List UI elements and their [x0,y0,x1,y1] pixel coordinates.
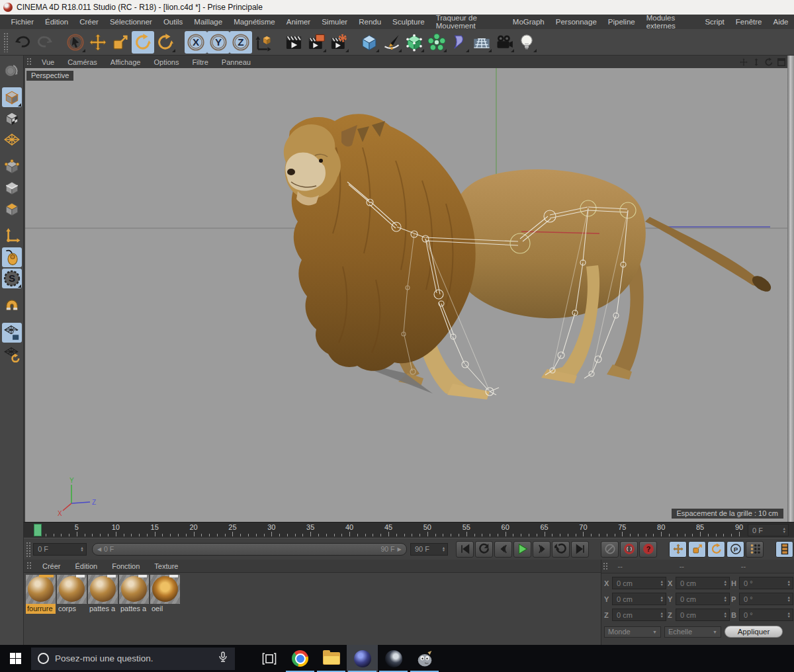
perspective-viewport[interactable]: Y Z X Perspective Espacement de la grill… [25,68,787,522]
menu-item-maillage[interactable]: Maillage [189,18,228,26]
primitive-cube-button[interactable] [358,31,380,54]
scale-dropdown[interactable]: Echelle▼ [664,626,721,638]
material-menu-fonction[interactable]: Fonction [105,562,147,570]
spinner-icon[interactable]: ▲▼ [722,612,727,618]
lock-x-axis-button[interactable]: X [185,31,207,54]
deformer-bend-button[interactable] [448,31,470,54]
viewport-menu-cam-ras[interactable]: Caméras [61,58,104,66]
play-forward-button[interactable] [513,541,531,558]
viewport-menu-affichage[interactable]: Affichage [104,58,148,66]
toolbar-grip[interactable] [3,32,9,52]
material-menu--dition[interactable]: Édition [68,562,105,570]
material-menu-cr-er[interactable]: Créer [35,562,68,570]
live-selection-button[interactable] [64,31,87,54]
task-view-taskbar-button[interactable] [253,645,285,672]
menu-item-rendu[interactable]: Rendu [353,18,387,26]
coord-position-z-field[interactable]: 0 cm ▲▼ [612,609,666,621]
subdivision-surface-button[interactable] [403,31,425,54]
scale-button[interactable] [109,31,132,54]
render-picture-viewer-button[interactable] [305,31,328,54]
menu-item-cr-er[interactable]: Créer [74,18,105,26]
coord-scale-y-field[interactable]: 0 cm ▲▼ [676,593,730,605]
preview-range-slider[interactable]: ◀ 0 F 90 F ▶ [92,543,407,556]
edges-mode-button[interactable] [2,178,22,198]
start-button[interactable] [0,645,31,672]
coord-rotation-p-field[interactable]: 0 ° ▲▼ [739,593,793,605]
pan-view-icon[interactable] [739,58,748,67]
menu-item-s-lectionner[interactable]: Sélectionner [104,18,157,26]
previous-frame-button[interactable] [494,541,512,558]
apply-button[interactable]: Appliquer [725,626,783,638]
undo-button[interactable] [11,31,34,54]
viewport-menu-filtre[interactable]: Filtre [185,58,214,66]
material-menu-texture[interactable]: Texture [147,562,185,570]
menu-item-traqueur-de-mouvement[interactable]: Traqueur de Mouvement [430,14,507,30]
magnet-button[interactable] [2,296,22,315]
menu-item-fichier[interactable]: Fichier [5,18,40,26]
spinner-icon[interactable]: ▲▼ [658,612,664,618]
coord-position-y-field[interactable]: 0 cm ▲▼ [612,593,666,605]
viewport-menu-vue[interactable]: Vue [35,58,61,66]
key-position-button[interactable] [669,541,687,558]
lock-z-axis-button[interactable]: Z [230,31,252,54]
menu-item-modules-externes[interactable]: Modules externes [640,14,699,30]
cinema4d-taskbar-button[interactable] [347,645,378,672]
key-scale-button[interactable] [688,541,706,558]
menu-item-animer[interactable]: Animer [281,18,316,26]
file-explorer-taskbar-button[interactable] [316,645,347,672]
viewport-menu-options[interactable]: Options [147,58,185,66]
redo-button[interactable] [34,31,56,54]
timeline-current-frame-field[interactable]: 0 F ▲▼ [748,524,789,536]
menu-item-pipeline[interactable]: Pipeline [602,18,640,26]
coord-position-x-field[interactable]: 0 cm ▲▼ [612,577,666,589]
render-view-button[interactable] [283,31,305,54]
zoom-view-icon[interactable] [752,58,761,67]
gimp-taskbar-button[interactable] [409,645,440,672]
keyframe-selection-button[interactable] [775,541,793,558]
polygons-mode-button[interactable] [2,199,22,219]
viewport-solo-button[interactable] [2,247,22,267]
menu-item-personnage[interactable]: Personnage [550,18,602,26]
goto-end-button[interactable] [571,541,589,558]
spinner-icon[interactable]: ▲▼ [722,596,727,602]
points-mode-button[interactable] [2,157,22,177]
modeling-commands-button[interactable] [425,31,448,54]
camera-button[interactable] [493,31,515,54]
menu-item-sculpture[interactable]: Sculpture [387,18,431,26]
move-button[interactable] [87,31,109,54]
key-rotation-button[interactable] [707,541,725,558]
snap-button[interactable]: S [2,269,22,288]
lock-y-axis-button[interactable]: Y [207,31,230,54]
convert-object-button[interactable] [2,60,22,80]
render-settings-button[interactable] [328,31,350,54]
object-axis-mode-button[interactable] [2,226,22,246]
coords-grip[interactable] [603,562,609,571]
record-keyframe-button[interactable] [620,541,638,558]
menu-item-outils[interactable]: Outils [157,18,188,26]
media-app-taskbar-button[interactable] [378,645,409,672]
material-menubar-grip[interactable] [26,562,32,570]
menu-item-fen-tre[interactable]: Fenêtre [730,18,768,26]
goto-start-button[interactable] [456,541,474,558]
current-frame-field[interactable]: 0 F ▲▼ [33,543,87,556]
spinner-icon[interactable]: ▲▼ [722,580,727,586]
spline-pen-button[interactable] [380,31,403,54]
timeline-playhead[interactable] [34,524,42,536]
key-pla-button[interactable] [746,541,764,558]
menu-item--dition[interactable]: Édition [40,18,74,26]
transport-grip[interactable] [26,542,31,557]
menu-item-aide[interactable]: Aide [768,18,794,26]
coord-scale-z-field[interactable]: 0 cm ▲▼ [676,609,730,621]
coord-rotation-b-field[interactable]: 0 ° ▲▼ [739,609,793,621]
viewport-menu-panneau[interactable]: Panneau [215,58,257,66]
material-corps-1[interactable]: corps [57,575,87,614]
spinner-icon[interactable]: ▲▼ [658,596,664,602]
environment-floor-button[interactable] [470,31,493,54]
spinner-icon[interactable]: ▲▼ [785,612,791,618]
next-frame-button[interactable] [533,541,551,558]
workplane-mode-button[interactable] [2,344,22,364]
keyframe-help-button[interactable]: ? [639,541,657,558]
autokey-button[interactable] [601,541,619,558]
loop-mode-button[interactable] [552,541,570,558]
spinner-icon[interactable]: ▲▼ [781,527,786,533]
